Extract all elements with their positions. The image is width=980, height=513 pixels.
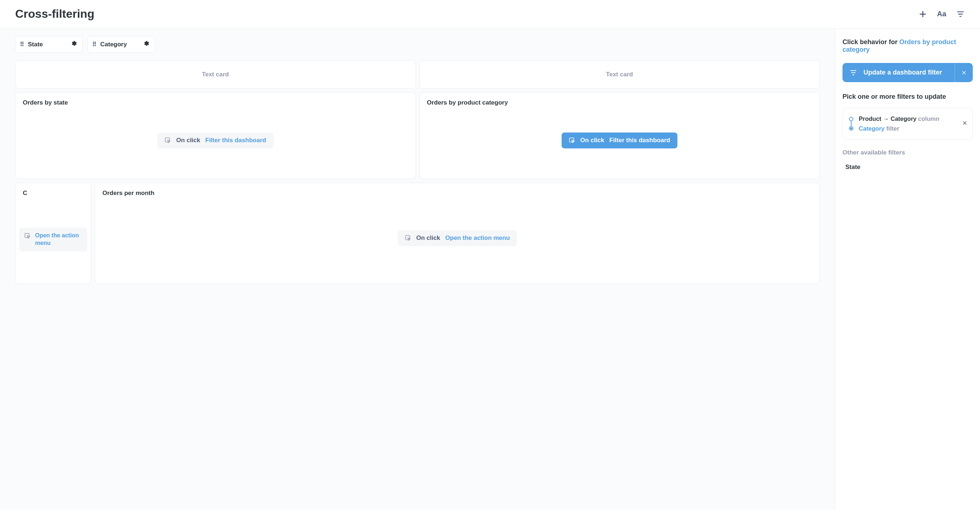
plus-icon: [919, 10, 927, 18]
mapping-source: Product → Category: [859, 115, 917, 122]
click-icon: [24, 233, 31, 241]
text-card[interactable]: Text card: [15, 60, 416, 89]
mapping-target: Category: [859, 125, 885, 132]
text-card-placeholder: Text card: [202, 71, 229, 78]
onclick-label: On click: [581, 137, 605, 144]
card-title: Orders by product category: [427, 99, 813, 106]
filter-settings-button[interactable]: [70, 40, 77, 48]
click-icon: [165, 137, 171, 144]
click-behavior-pill[interactable]: On click Open the action menu: [397, 230, 517, 246]
click-icon: [569, 137, 575, 144]
mapping-connector-icon: [849, 117, 854, 130]
onclick-action: Open the action menu: [35, 232, 82, 247]
card-c[interactable]: C Open the action menu: [15, 183, 91, 284]
dashboard-canvas: ⠿ State ⠿ Category: [0, 29, 835, 510]
click-icon: [405, 235, 411, 241]
onclick-action: Filter this dashboard: [609, 137, 670, 144]
onclick-action: Filter this dashboard: [205, 137, 266, 144]
card-title: Orders by state: [23, 99, 408, 106]
filter-row: ⠿ State ⠿ Category: [15, 36, 820, 52]
other-filters-heading: Other available filters: [843, 149, 973, 156]
mapping-text: Product → Category column Category filte…: [859, 114, 939, 133]
selected-click-action-main[interactable]: Update a dashboard filter: [843, 63, 955, 82]
click-behavior-pill-selected[interactable]: On click Filter this dashboard: [562, 132, 678, 148]
clear-click-action-button[interactable]: [955, 63, 973, 82]
selected-click-action-label: Update a dashboard filter: [864, 69, 942, 76]
page-title: Cross-filtering: [15, 7, 94, 21]
header-bar: Cross-filtering Aa: [0, 0, 980, 29]
card-title: C: [23, 190, 84, 197]
filter-label: Category: [100, 41, 127, 48]
click-behavior-pill[interactable]: Open the action menu: [19, 227, 87, 251]
card-title: Orders per month: [102, 190, 812, 197]
filter-pill-state[interactable]: ⠿ State: [15, 36, 83, 52]
add-button[interactable]: [918, 10, 927, 19]
onclick-label: On click: [416, 234, 440, 241]
filter-icon: [850, 69, 857, 76]
drag-handle-icon: ⠿: [20, 43, 24, 46]
gear-icon: [143, 40, 150, 47]
card-orders-per-month[interactable]: Orders per month On click Open the actio…: [95, 183, 820, 284]
onclick-action: Open the action menu: [445, 234, 510, 241]
selected-click-action: Update a dashboard filter: [843, 63, 973, 82]
filter-label: State: [28, 41, 43, 48]
close-icon: [961, 70, 967, 75]
filter-icon: [956, 10, 964, 18]
mapping-target-suffix: filter: [885, 125, 899, 132]
filter-settings-button[interactable]: [143, 40, 150, 48]
click-behavior-pill[interactable]: On click Filter this dashboard: [158, 132, 273, 148]
header-actions: Aa: [918, 10, 965, 19]
text-card-placeholder: Text card: [606, 71, 633, 78]
card-orders-by-category[interactable]: Orders by product category On click Filt…: [420, 92, 820, 179]
text-card[interactable]: Text card: [420, 60, 820, 89]
click-behavior-sidebar: Click behavior for Orders by product cat…: [835, 29, 980, 510]
card-orders-by-state[interactable]: Orders by state On click Filter this das…: [15, 92, 416, 179]
filter-button[interactable]: [956, 10, 965, 19]
drag-handle-icon: ⠿: [92, 43, 96, 46]
mapping-source-suffix: column: [917, 115, 939, 122]
onclick-label: On click: [176, 137, 200, 144]
filter-pill-category[interactable]: ⠿ Category: [88, 36, 155, 52]
sidebar-heading: Click behavior for Orders by product cat…: [843, 38, 973, 54]
gear-icon: [70, 40, 77, 47]
remove-mapping-button[interactable]: [962, 121, 967, 127]
pick-filters-heading: Pick one or more filters to update: [843, 93, 973, 100]
close-icon: [962, 121, 967, 125]
other-filter-item[interactable]: State: [843, 164, 973, 171]
sidebar-heading-prefix: Click behavior for: [843, 38, 899, 46]
filter-mapping-card[interactable]: Product → Category column Category filte…: [843, 108, 973, 140]
text-options-button[interactable]: Aa: [937, 10, 946, 19]
